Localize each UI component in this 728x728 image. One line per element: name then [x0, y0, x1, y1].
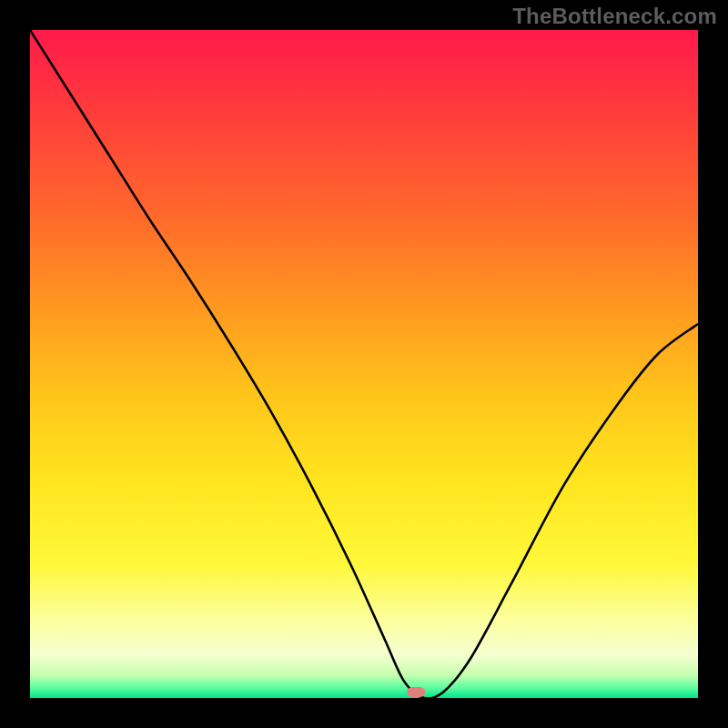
watermark-text: TheBottleneck.com: [512, 4, 717, 29]
bottleneck-chart: [30, 30, 698, 698]
chart-frame: TheBottleneck.com: [0, 0, 728, 728]
chart-svg: [30, 30, 698, 698]
gradient-background: [30, 30, 698, 698]
optimal-marker: [407, 687, 425, 697]
